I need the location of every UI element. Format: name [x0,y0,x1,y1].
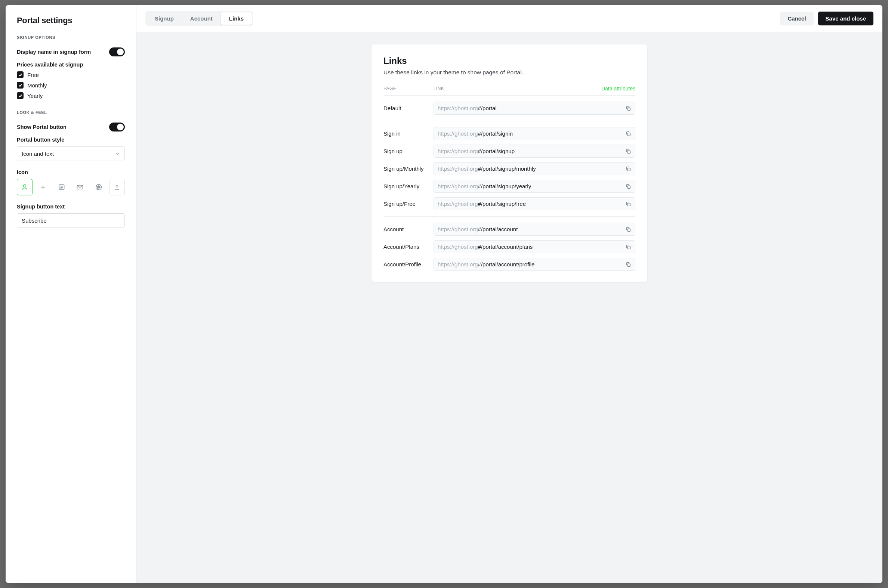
col-link-header: Link [434,86,505,91]
link-group: Sign inhttps://ghost.org#/portal/signinS… [383,121,505,216]
price-option-monthly[interactable]: Monthly [17,82,125,88]
link-page-label: Default [383,105,434,111]
links-subtitle: Use these links in your theme to show pa… [383,69,505,76]
tab-account[interactable]: Account [182,12,221,25]
checkbox-checked-icon [17,71,24,78]
link-url-text: https://ghost.org#/portal/account/profil… [438,261,505,267]
link-url-field[interactable]: https://ghost.org#/portal [434,102,505,115]
icon-option-plus[interactable] [36,179,51,195]
tab-signup[interactable]: Signup [147,12,182,25]
portal-settings-modal: Portal settings Signup options Display n… [6,5,505,334]
checkbox-checked-icon [17,82,24,88]
link-page-label: Sign up/Yearly [383,183,434,189]
icon-picker [17,179,125,195]
link-page-label: Sign in [383,130,434,137]
look-feel-heading: Look & feel [17,110,125,117]
link-page-label: Sign up/Free [383,201,434,207]
link-row: Account/Planshttps://ghost.org#/portal/a… [383,240,505,253]
link-page-label: Sign up [383,148,434,154]
show-portal-button-toggle[interactable] [109,123,125,132]
preview-area: Links Use these links in your theme to s… [137,32,505,334]
signup-options-heading: Signup options [17,35,125,42]
sidebar-title: Portal settings [17,16,125,26]
link-page-label: Account [383,226,434,232]
link-url-text: https://ghost.org#/portal/signin [438,130,505,137]
link-url-text: https://ghost.org#/portal/account/plans [438,244,505,250]
button-style-label: Portal button style [17,137,125,143]
tab-group: Signup Account Links [146,11,253,26]
link-url-field[interactable]: https://ghost.org#/portal/account/profil… [434,258,505,271]
link-url-field[interactable]: https://ghost.org#/portal/signup/yearly [434,180,505,193]
link-url-text: https://ghost.org#/portal/signup/yearly [438,183,505,189]
link-page-label: Sign up/Monthly [383,165,434,172]
show-portal-button-label: Show Portal button [17,124,66,130]
icon-option-user[interactable] [17,179,33,195]
signup-button-text-input[interactable] [17,213,125,228]
price-option-yearly[interactable]: Yearly [17,92,125,99]
chevron-down-icon [116,150,120,157]
button-style-value: Icon and text [22,150,54,157]
link-url-text: https://ghost.org#/portal/account [438,226,505,232]
col-page-header: Page [383,86,434,91]
display-name-toggle[interactable] [109,48,125,56]
link-url-text: https://ghost.org#/portal/signup/monthly [438,165,505,172]
link-row: Accounthttps://ghost.org#/portal/account [383,223,505,236]
link-page-label: Account/Profile [383,261,434,267]
topbar: Signup Account Links Cancel Save and clo… [137,5,505,32]
link-url-field[interactable]: https://ghost.org#/portal/account/plans [434,240,505,253]
display-name-label: Display name in signup form [17,49,91,55]
link-url-field[interactable]: https://ghost.org#/portal/signin [434,127,505,140]
link-url-field[interactable]: https://ghost.org#/portal/signup/free [434,197,505,210]
price-option-label: Monthly [27,82,47,88]
link-url-text: https://ghost.org#/portal/signup [438,148,505,154]
links-table-header: Page Link Data attributes [383,86,505,95]
icon-option-upload[interactable] [110,179,125,195]
icon-option-news[interactable] [54,179,69,195]
link-page-label: Account/Plans [383,244,434,250]
settings-sidebar: Portal settings Signup options Display n… [6,5,137,334]
icon-label: Icon [17,169,125,175]
prices-checklist: Free Monthly Yearly [17,71,125,99]
link-group: Defaulthttps://ghost.org#/portal [383,95,505,121]
svg-point-0 [23,184,26,187]
signup-text-label: Signup button text [17,204,125,210]
link-url-field[interactable]: https://ghost.org#/portal/signup [434,145,505,158]
link-row: Sign up/Freehttps://ghost.org#/portal/si… [383,197,505,210]
link-url-field[interactable]: https://ghost.org#/portal/signup/monthly [434,162,505,175]
prices-label: Prices available at signup [17,62,125,68]
link-row: Account/Profilehttps://ghost.org#/portal… [383,258,505,271]
link-url-field[interactable]: https://ghost.org#/portal/account [434,223,505,236]
link-row: Sign uphttps://ghost.org#/portal/signup [383,145,505,158]
main-pane: Signup Account Links Cancel Save and clo… [137,5,505,334]
checkbox-checked-icon [17,92,24,99]
link-url-text: https://ghost.org#/portal/signup/free [438,201,505,207]
icon-option-aperture[interactable] [91,179,107,195]
tab-links[interactable]: Links [221,12,252,25]
price-option-label: Free [27,72,39,78]
link-url-text: https://ghost.org#/portal [438,105,497,111]
links-title: Links [383,56,505,66]
show-portal-button-row: Show Portal button [17,123,125,132]
price-option-label: Yearly [27,93,43,99]
link-row: Sign up/Monthlyhttps://ghost.org#/portal… [383,162,505,175]
link-row: Defaulthttps://ghost.org#/portal [383,102,505,115]
price-option-free[interactable]: Free [17,71,125,78]
link-row: Sign up/Yearlyhttps://ghost.org#/portal/… [383,180,505,193]
links-card: Links Use these links in your theme to s… [371,45,505,282]
link-row: Sign inhttps://ghost.org#/portal/signin [383,127,505,140]
link-group: Accounthttps://ghost.org#/portal/account… [383,216,505,277]
display-name-row: Display name in signup form [17,48,125,56]
icon-option-mail[interactable] [72,179,88,195]
button-style-select[interactable]: Icon and text [17,147,125,161]
